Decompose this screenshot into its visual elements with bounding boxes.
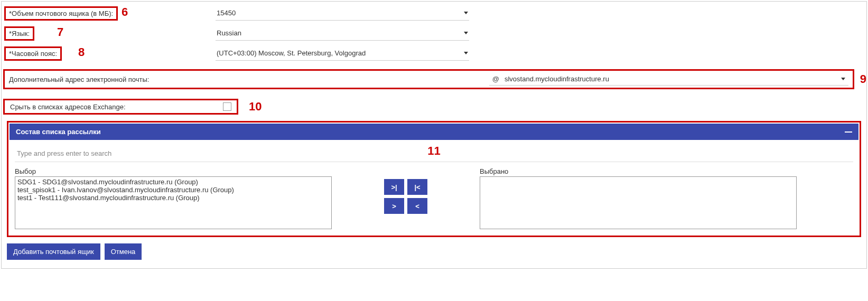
list-item[interactable]: test1 - Test111@slvostand.mycloudinfrast… bbox=[15, 194, 331, 202]
hide-exchange-checkbox[interactable] bbox=[223, 102, 231, 111]
timezone-row: *Часовой пояс: 8 (UTC+03:00) Moscow, St.… bbox=[2, 46, 866, 61]
annotation-6: 6 bbox=[122, 5, 128, 19]
mailbox-size-label: *Объем почтового ящика (в МБ): bbox=[4, 6, 118, 21]
picker-left-label: Выбор bbox=[15, 167, 332, 175]
additional-email-domain-value: slvostand.mycloudinfrastructure.ru bbox=[505, 75, 609, 83]
additional-email-domain-select[interactable]: @ slvostand.mycloudinfrastructure.ru bbox=[489, 73, 848, 86]
chevron-down-icon bbox=[464, 32, 468, 34]
list-item[interactable]: test_spisok1 - Ivan.Ivanov@slvostand.myc… bbox=[15, 186, 331, 194]
annotation-9: 9 bbox=[860, 72, 866, 86]
panel-title: Состав списка рассылки bbox=[16, 128, 101, 136]
collapse-icon[interactable] bbox=[845, 131, 852, 133]
list-item[interactable]: SDG1 - SDG1@slvostand.mycloudinfrastruct… bbox=[15, 178, 331, 186]
cancel-button[interactable]: Отмена bbox=[105, 243, 142, 260]
move-left-button[interactable]: < bbox=[407, 198, 427, 214]
chevron-down-icon bbox=[464, 12, 468, 14]
picker-right-listbox[interactable] bbox=[480, 176, 797, 229]
mailbox-size-select[interactable]: 15450 bbox=[216, 6, 469, 21]
chevron-down-icon bbox=[464, 52, 468, 54]
annotation-7: 7 bbox=[57, 25, 63, 39]
mailbox-size-value: 15450 bbox=[217, 9, 236, 17]
panel-header[interactable]: Состав списка рассылки bbox=[10, 124, 858, 140]
timezone-value: (UTC+03:00) Moscow, St. Petersburg, Volg… bbox=[217, 49, 366, 57]
timezone-select[interactable]: (UTC+03:00) Moscow, St. Petersburg, Volg… bbox=[216, 46, 469, 61]
annotation-8: 8 bbox=[78, 45, 85, 59]
hide-exchange-label: Срыть в списках адресов Exchange: bbox=[10, 103, 126, 111]
move-right-button[interactable]: > bbox=[384, 198, 404, 214]
timezone-label: *Часовой пояс: bbox=[4, 46, 62, 61]
language-label: *Язык: bbox=[4, 26, 34, 41]
add-mailbox-button[interactable]: Добавить почтовый ящик bbox=[7, 243, 100, 260]
distribution-list-panel: Состав списка рассылки 11 Выбор SDG1 - S… bbox=[7, 121, 861, 237]
language-select[interactable]: Russian bbox=[216, 26, 469, 41]
annotation-10: 10 bbox=[249, 100, 262, 114]
picker-buttons: >| |< > < bbox=[332, 167, 480, 214]
form-container: *Объем почтового ящика (в МБ): 6 15450 *… bbox=[1, 1, 867, 269]
language-row: *Язык: 7 Russian bbox=[2, 26, 866, 41]
annotation-11: 11 bbox=[427, 144, 440, 158]
hide-exchange-row: Срыть в списках адресов Exchange: 10 bbox=[3, 99, 865, 115]
mailbox-size-row: *Объем почтового ящика (в МБ): 6 15450 bbox=[2, 6, 866, 21]
picker-right-label: Выбрано bbox=[480, 167, 797, 175]
additional-email-row: Дополнительный адрес электронной почты: … bbox=[3, 69, 854, 89]
chevron-down-icon bbox=[841, 78, 845, 80]
move-all-left-button[interactable]: |< bbox=[407, 179, 427, 195]
additional-email-label: Дополнительный адрес электронной почты: bbox=[9, 76, 149, 83]
footer-buttons: Добавить почтовый ящик Отмена bbox=[7, 243, 861, 260]
language-value: Russian bbox=[217, 29, 241, 37]
move-all-right-button[interactable]: >| bbox=[384, 179, 404, 195]
picker-left-listbox[interactable]: SDG1 - SDG1@slvostand.mycloudinfrastruct… bbox=[15, 176, 332, 229]
at-symbol: @ bbox=[492, 75, 499, 83]
